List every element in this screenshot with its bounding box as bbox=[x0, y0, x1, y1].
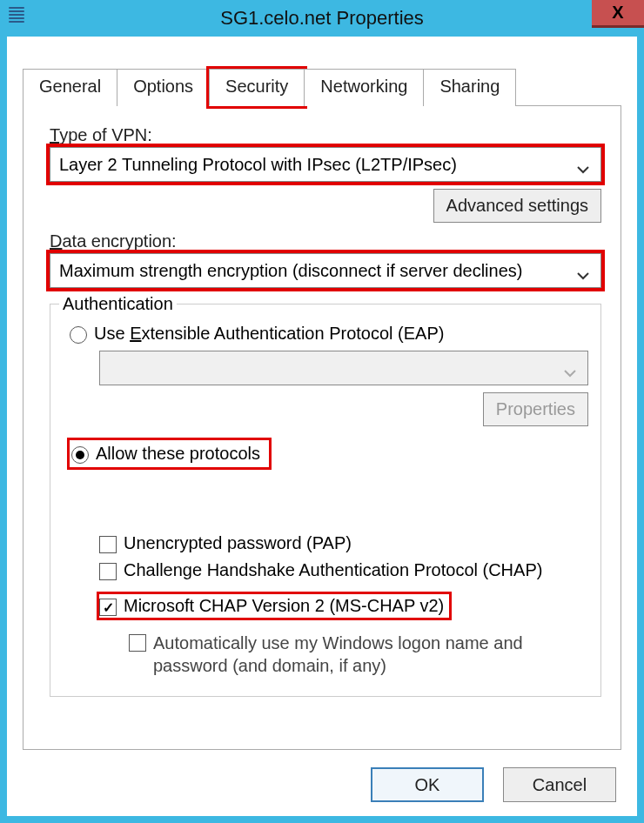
titlebar: SG1.celo.net Properties X bbox=[0, 0, 644, 37]
chevron-down-icon bbox=[576, 158, 590, 178]
eap-label: Use Extensible Authentication Protocol (… bbox=[94, 324, 444, 344]
authentication-group: Authentication Use Extensible Authentica… bbox=[50, 304, 601, 697]
vpn-type-label: Type of VPN: bbox=[50, 125, 601, 145]
eap-radio-row[interactable]: Use Extensible Authentication Protocol (… bbox=[70, 324, 588, 344]
chevron-down-icon bbox=[576, 264, 590, 284]
mschap-label: Microsoft CHAP Version 2 (MS-CHAP v2) bbox=[124, 596, 444, 616]
authentication-legend: Authentication bbox=[59, 294, 177, 314]
window-title: SG1.celo.net Properties bbox=[220, 7, 424, 30]
autologon-label: Automatically use my Windows logon name … bbox=[153, 632, 527, 677]
pap-row[interactable]: Unencrypted password (PAP) bbox=[99, 533, 588, 553]
ok-button[interactable]: OK bbox=[371, 767, 484, 802]
chap-label: Challenge Handshake Authentication Proto… bbox=[124, 560, 542, 580]
chap-checkbox[interactable] bbox=[99, 563, 117, 580]
mschap-checkbox[interactable] bbox=[99, 599, 117, 616]
mschap-row[interactable]: Microsoft CHAP Version 2 (MS-CHAP v2) bbox=[99, 594, 449, 618]
allow-protocols-radio-row[interactable]: Allow these protocols bbox=[70, 440, 269, 467]
chap-row[interactable]: Challenge Handshake Authentication Proto… bbox=[99, 560, 588, 580]
cancel-button[interactable]: Cancel bbox=[503, 767, 616, 802]
tab-strip: General Options Security Networking Shar… bbox=[23, 68, 621, 106]
autologon-row[interactable]: Automatically use my Windows logon name … bbox=[129, 632, 588, 677]
vpn-type-value: Layer 2 Tunneling Protocol with IPsec (L… bbox=[59, 155, 457, 175]
app-icon bbox=[9, 7, 24, 26]
data-encryption-select[interactable]: Maximum strength encryption (disconnect … bbox=[50, 253, 601, 288]
vpn-type-select[interactable]: Layer 2 Tunneling Protocol with IPsec (L… bbox=[50, 147, 601, 182]
tab-security[interactable]: Security bbox=[209, 69, 305, 106]
autologon-checkbox[interactable] bbox=[129, 634, 146, 652]
eap-radio[interactable] bbox=[70, 326, 87, 344]
tab-networking[interactable]: Networking bbox=[304, 69, 424, 106]
pap-label: Unencrypted password (PAP) bbox=[124, 533, 352, 553]
tab-general[interactable]: General bbox=[23, 69, 117, 106]
properties-button: Properties bbox=[483, 392, 588, 426]
allow-protocols-radio[interactable] bbox=[71, 446, 89, 464]
close-button[interactable]: X bbox=[592, 0, 644, 28]
advanced-settings-button[interactable]: Advanced settings bbox=[433, 189, 601, 223]
dialog-buttons: OK Cancel bbox=[371, 767, 616, 802]
data-encryption-label: Data encryption: bbox=[50, 231, 601, 251]
chevron-down-icon bbox=[563, 362, 577, 382]
tab-options[interactable]: Options bbox=[117, 69, 210, 106]
close-icon: X bbox=[612, 3, 623, 23]
window-body: General Options Security Networking Shar… bbox=[7, 37, 637, 816]
tab-sharing[interactable]: Sharing bbox=[423, 69, 516, 106]
eap-method-select bbox=[99, 351, 588, 385]
pap-checkbox[interactable] bbox=[99, 536, 117, 553]
allow-protocols-label: Allow these protocols bbox=[96, 444, 260, 464]
security-panel: Type of VPN: Layer 2 Tunneling Protocol … bbox=[23, 106, 621, 750]
data-encryption-value: Maximum strength encryption (disconnect … bbox=[59, 261, 522, 281]
